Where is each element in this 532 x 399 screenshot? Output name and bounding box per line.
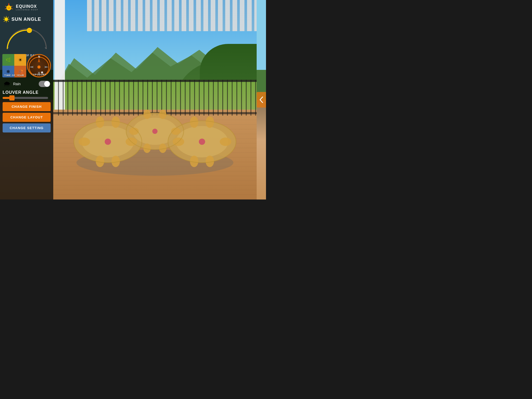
svg-point-86 (8, 7, 9, 8)
logo-area: EQUINOX LOUVERED ROOF (0, 0, 53, 15)
svg-line-93 (4, 17, 5, 18)
equinox-logo-icon (4, 3, 14, 12)
chevron-left-icon (259, 96, 264, 104)
logo-text: EQUINOX LOUVERED ROOF (16, 4, 38, 11)
svg-point-54 (79, 138, 90, 146)
svg-point-77 (199, 139, 205, 145)
toggle-knob (44, 81, 50, 87)
exposure-compass-cell[interactable]: N EXPOSURE (27, 54, 51, 77)
svg-text:N: N (38, 55, 40, 58)
rain-toggle[interactable] (39, 81, 50, 87)
louver-angle-section: LOUVER ANGLE (0, 88, 53, 99)
change-finish-button[interactable]: CHANGE FINISH (3, 102, 51, 111)
sun-angle-section: SUN ANGLE TIME OF DAY (0, 15, 53, 52)
rain-icon: 🌧 (3, 79, 11, 88)
brand-name: EQUINOX (16, 4, 38, 9)
time-of-year-label: TIME OF YEAR (2, 74, 26, 77)
svg-point-76 (152, 129, 157, 134)
right-navigation-arrow[interactable] (257, 92, 266, 108)
spring-quarter: 🌿 (2, 54, 14, 66)
louver-slider-thumb[interactable] (9, 95, 15, 101)
svg-line-94 (8, 21, 9, 22)
sun-angle-icon (3, 16, 10, 23)
change-layout-button[interactable]: CHANGE LAYOUT (3, 113, 51, 122)
time-of-year-cell[interactable]: 🌿 ☀ ❄ 🍂 TIME OF YEAR (2, 54, 26, 77)
svg-line-95 (8, 17, 9, 18)
pergola-roof (87, 0, 257, 31)
svg-marker-106 (44, 66, 49, 68)
summer-quarter: ☀ (14, 54, 26, 66)
svg-point-75 (105, 139, 111, 145)
change-setting-button[interactable]: CHANGE SETTING (3, 123, 51, 132)
svg-point-108 (37, 65, 41, 69)
action-buttons-group: CHANGE FINISH CHANGE LAYOUT CHANGE SETTI… (0, 99, 53, 132)
sun-arc-control[interactable]: TIME OF DAY (3, 24, 50, 52)
sun-angle-title-text: SUN ANGLE (11, 17, 41, 22)
rain-section: 🌧 Rain (2, 79, 51, 88)
arc-svg (3, 24, 50, 52)
sun-angle-header: SUN ANGLE (3, 16, 51, 23)
left-panel: EQUINOX LOUVERED ROOF SUN ANGLE (0, 0, 53, 200)
svg-point-88 (4, 17, 8, 21)
svg-point-98 (28, 29, 31, 32)
dining-tables-svg (63, 74, 247, 183)
svg-point-87 (9, 7, 10, 8)
scene-viewport (53, 0, 257, 200)
exposure-label: EXPOSURE (28, 73, 50, 76)
svg-marker-104 (38, 58, 40, 63)
svg-marker-107 (29, 66, 34, 68)
louver-slider-track[interactable] (3, 97, 48, 99)
season-exposure-grid: 🌿 ☀ ❄ 🍂 TIME OF YEAR (2, 54, 51, 77)
rain-label: Rain (13, 82, 36, 86)
svg-point-67 (220, 138, 231, 146)
louver-angle-title: LOUVER ANGLE (3, 90, 51, 95)
svg-line-96 (4, 21, 5, 22)
brand-subtitle: LOUVERED ROOF (16, 9, 38, 11)
